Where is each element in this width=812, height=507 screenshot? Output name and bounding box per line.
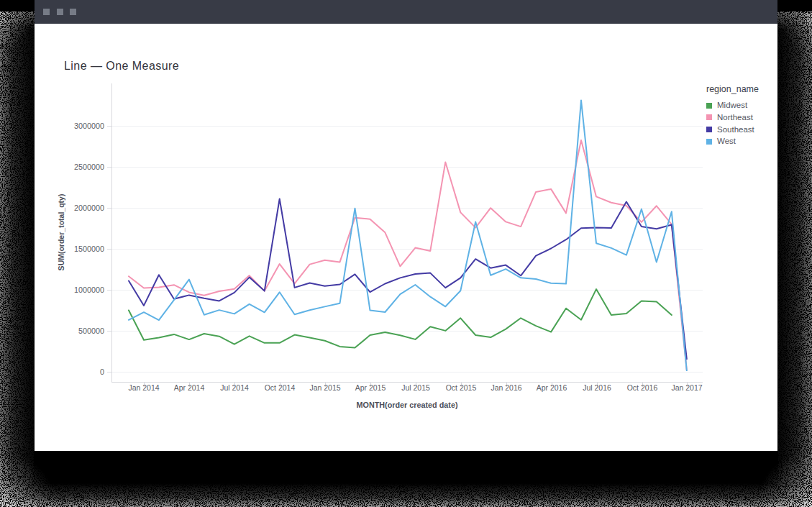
svg-text:Jul 2014: Jul 2014 [220, 383, 249, 392]
svg-text:Jan 2014: Jan 2014 [128, 383, 159, 392]
svg-text:Jan 2016: Jan 2016 [491, 383, 521, 392]
svg-text:Oct 2015: Oct 2015 [446, 383, 477, 392]
svg-text:Jul 2016: Jul 2016 [583, 383, 611, 392]
svg-text:SUM(order_total_qty): SUM(order_total_qty) [57, 194, 65, 271]
svg-text:MONTH(order created date): MONTH(order created date) [357, 401, 458, 409]
svg-text:Jan 2015: Jan 2015 [309, 383, 340, 392]
svg-text:2500000: 2500000 [74, 163, 104, 171]
svg-text:1000000: 1000000 [74, 286, 104, 294]
svg-text:1500000: 1500000 [74, 245, 104, 253]
svg-text:3000000: 3000000 [74, 122, 104, 130]
svg-text:Apr 2016: Apr 2016 [537, 383, 567, 392]
svg-text:2000000: 2000000 [74, 204, 104, 212]
svg-text:Jan 2017: Jan 2017 [671, 383, 702, 392]
svg-text:Jul 2015: Jul 2015 [401, 383, 430, 392]
svg-text:Apr 2014: Apr 2014 [174, 383, 205, 392]
svg-text:Oct 2014: Oct 2014 [265, 383, 296, 392]
svg-text:0: 0 [100, 367, 104, 376]
svg-text:500000: 500000 [78, 326, 104, 335]
svg-text:Oct 2016: Oct 2016 [627, 383, 658, 392]
svg-text:Apr 2015: Apr 2015 [355, 383, 386, 392]
